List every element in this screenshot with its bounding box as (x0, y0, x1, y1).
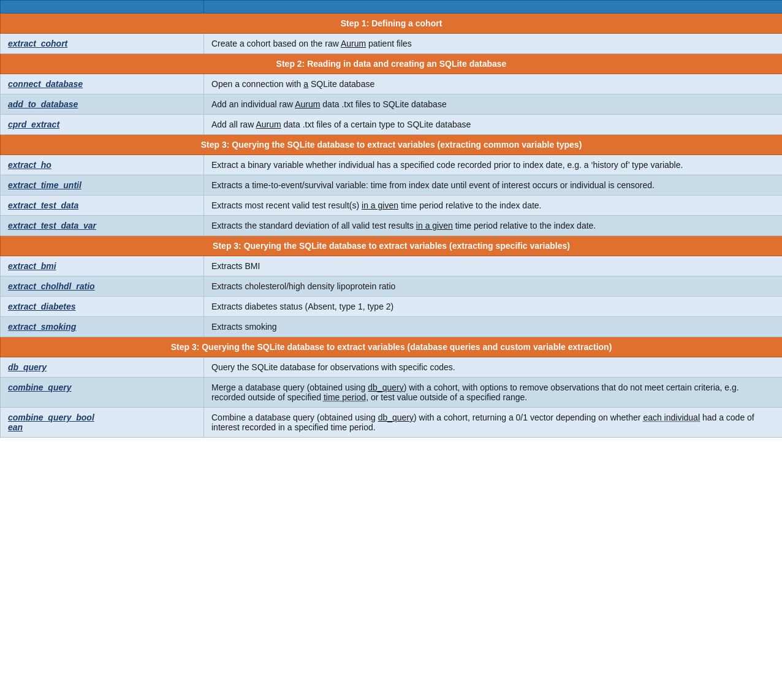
table-row: extract_test_data_varExtracts the standa… (1, 216, 783, 236)
function-name: extract_cholhdl_ratio (8, 281, 95, 291)
use-cell: Extracts BMI (204, 256, 783, 276)
table-row: add_to_databaseAdd an individual raw Aur… (1, 94, 783, 115)
use-cell: Create a cohort based on the raw Aurum p… (204, 34, 783, 54)
function-name: extract_ho (8, 160, 51, 170)
use-cell: Query the SQLite database for observatio… (204, 357, 783, 378)
function-name: combine_query_bool ean (8, 413, 94, 432)
function-cell: extract_smoking (1, 317, 204, 337)
section-header: Step 3: Querying the SQLite database to … (1, 135, 783, 155)
use-cell: Extracts diabetes status (Absent, type 1… (204, 297, 783, 317)
function-name: combine_query (8, 382, 71, 392)
function-name: extract_cohort (8, 39, 67, 48)
function-cell: db_query (1, 357, 204, 378)
function-cell: extract_test_data (1, 196, 204, 216)
table-row: cprd_extractAdd all raw Aurum data .txt … (1, 115, 783, 135)
function-cell: extract_test_data_var (1, 216, 204, 236)
table-row: connect_databaseOpen a connection with a… (1, 74, 783, 94)
table-row: combine_query_bool eanCombine a database… (1, 408, 783, 438)
section-header: Step 3: Querying the SQLite database to … (1, 236, 783, 256)
header-function (1, 1, 204, 13)
use-cell: Extracts cholesterol/high density lipopr… (204, 276, 783, 297)
function-cell: connect_database (1, 74, 204, 94)
table-row: extract_cohortCreate a cohort based on t… (1, 34, 783, 54)
function-cell: add_to_database (1, 94, 204, 115)
use-cell: Add an individual raw Aurum data .txt fi… (204, 94, 783, 115)
table-row: extract_hoExtract a binary variable whet… (1, 155, 783, 175)
function-cell: extract_cohort (1, 34, 204, 54)
table-row: extract_bmiExtracts BMI (1, 256, 783, 276)
function-name: extract_test_data (8, 200, 78, 210)
use-cell: Extracts a time-to-event/survival variab… (204, 175, 783, 196)
function-cell: combine_query (1, 378, 204, 408)
function-cell: extract_ho (1, 155, 204, 175)
function-name: extract_diabetes (8, 302, 76, 311)
function-name: extract_bmi (8, 261, 56, 271)
function-name: connect_database (8, 79, 83, 89)
table-row: db_queryQuery the SQLite database for ob… (1, 357, 783, 378)
use-cell: Open a connection with a SQLite database (204, 74, 783, 94)
function-name: add_to_database (8, 99, 78, 109)
function-cell: cprd_extract (1, 115, 204, 135)
function-name: extract_test_data_var (8, 221, 96, 230)
table-row: extract_cholhdl_ratioExtracts cholestero… (1, 276, 783, 297)
use-cell: Extracts smoking (204, 317, 783, 337)
use-cell: Combine a database query (obtained using… (204, 408, 783, 438)
function-cell: extract_diabetes (1, 297, 204, 317)
function-cell: extract_time_until (1, 175, 204, 196)
function-name: cprd_extract (8, 120, 59, 129)
header-use (204, 1, 783, 13)
use-cell: Extract a binary variable whether indivi… (204, 155, 783, 175)
function-cell: extract_cholhdl_ratio (1, 276, 204, 297)
use-cell: Merge a database query (obtained using d… (204, 378, 783, 408)
table-row: extract_test_dataExtracts most recent va… (1, 196, 783, 216)
function-name: extract_time_until (8, 180, 82, 190)
table-row: extract_diabetesExtracts diabetes status… (1, 297, 783, 317)
use-cell: Extracts the standard deviation of all v… (204, 216, 783, 236)
table-row: extract_smokingExtracts smoking (1, 317, 783, 337)
section-header: Step 2: Reading in data and creating an … (1, 54, 783, 74)
table-row: extract_time_untilExtracts a time-to-eve… (1, 175, 783, 196)
use-cell: Extracts most recent valid test result(s… (204, 196, 783, 216)
function-cell: extract_bmi (1, 256, 204, 276)
use-cell: Add all raw Aurum data .txt files of a c… (204, 115, 783, 135)
table-row: combine_queryMerge a database query (obt… (1, 378, 783, 408)
function-name: extract_smoking (8, 322, 76, 332)
function-cell: combine_query_bool ean (1, 408, 204, 438)
section-header: Step 1: Defining a cohort (1, 13, 783, 34)
section-header: Step 3: Querying the SQLite database to … (1, 337, 783, 357)
function-name: db_query (8, 362, 47, 372)
